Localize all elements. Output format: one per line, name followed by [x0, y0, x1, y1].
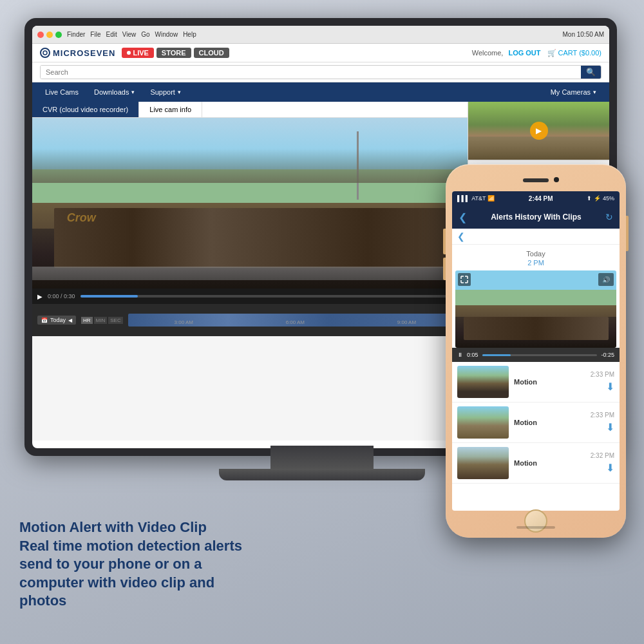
timeline-3am: 3:00 AM — [175, 319, 193, 325]
tab-live-cam-info[interactable]: Live cam info — [139, 102, 202, 117]
logo-icon — [40, 48, 50, 58]
menu-go[interactable]: Go — [141, 31, 149, 38]
alert-1-time: 2:33 PM — [591, 371, 614, 378]
svg-point-0 — [43, 51, 47, 55]
logout-button[interactable]: LOG OUT — [508, 49, 540, 57]
search-input[interactable] — [41, 66, 581, 79]
nav-live-cams[interactable]: Live Cams — [37, 82, 86, 102]
search-button[interactable]: 🔍 — [581, 66, 601, 79]
phone-mute-button[interactable] — [443, 229, 446, 254]
bottom-text-line-3: send to your phone or on a — [19, 555, 264, 574]
phone-progress-fill — [482, 354, 511, 356]
main-navigation: Live Cams Downloads ▾ Support ▾ My Camer… — [32, 82, 609, 102]
phone-nav-back-icon[interactable]: ❮ — [457, 231, 465, 242]
menu-finder[interactable]: Finder — [67, 31, 85, 38]
timeline-track[interactable]: 3:00 AM 6:00 AM 9:00 AM — [128, 304, 462, 336]
menu-window[interactable]: Window — [155, 31, 178, 38]
phone-progress-bar[interactable] — [482, 354, 598, 356]
alert-3-time-wrap: 2:32 PM ⬇ — [591, 452, 614, 474]
menu-help[interactable]: Help — [183, 31, 196, 38]
timeline-6am: 6:00 AM — [286, 319, 305, 325]
alert-3-info: Motion — [514, 459, 585, 467]
phone-back-button[interactable]: ❮ — [459, 211, 467, 223]
welcome-text: Welcome, — [472, 49, 504, 57]
main-content: CVR (cloud video recorder) Live cam info — [32, 102, 468, 440]
phone-screen: ▌▌▌ AT&T 📶 2:44 PM ⬆ ⚡ 45% ❮ Alerts Hist… — [452, 191, 620, 511]
menu-view[interactable]: View — [122, 31, 137, 38]
timeline-9am: 9:00 AM — [397, 319, 416, 325]
location-icon: ⬆ — [587, 195, 592, 202]
video-controls: ▶ 0:00 / 0:30 — [32, 289, 468, 304]
phone-power-button[interactable] — [626, 216, 629, 251]
phone-app-header: ❮ Alerts History With Clips ↻ — [452, 205, 620, 229]
phone-video-scene — [455, 270, 616, 348]
timeline-time-labels: 3:00 AM 6:00 AM 9:00 AM — [128, 319, 462, 325]
phone-pause-button[interactable]: ⏸ — [457, 352, 463, 358]
alert-item-1[interactable]: Motion 2:33 PM ⬇ — [452, 362, 620, 402]
phone-speaker — [523, 178, 549, 182]
phone-video-player[interactable]: 🔊 — [455, 270, 616, 348]
phone-video-remaining-time: -0:25 — [601, 352, 614, 358]
video-time-display: 0:00 / 0:30 — [48, 293, 75, 299]
store-button[interactable]: STORE — [156, 48, 191, 58]
alert-item-2[interactable]: Motion 2:33 PM ⬇ — [452, 402, 620, 443]
bluetooth-icon: ⚡ — [594, 195, 601, 202]
play-button[interactable]: ▶ — [37, 293, 43, 300]
nav-downloads[interactable]: Downloads ▾ — [86, 82, 142, 102]
minimize-window-button[interactable] — [46, 32, 53, 38]
camera-1-play-button[interactable]: ▶ — [530, 122, 548, 140]
phone-date-sublabel: 2 PM — [452, 259, 620, 267]
live-button[interactable]: LIVE — [122, 48, 153, 58]
close-window-button[interactable] — [37, 32, 44, 38]
phone-date-header: Today — [452, 245, 620, 259]
bottom-text-area: Motion Alert with Video Clip Real time m… — [19, 518, 264, 611]
video-progress-bar[interactable] — [80, 295, 462, 298]
maximize-window-button[interactable] — [55, 32, 62, 38]
browser-menu: Finder File Edit View Go Window Help — [67, 31, 196, 38]
cloud-button[interactable]: CLOUD — [194, 48, 229, 58]
downloads-chevron-icon: ▾ — [131, 89, 135, 95]
timeline-units: HR MIN SEC — [81, 317, 123, 324]
alert-1-download-button[interactable]: ⬇ — [606, 381, 614, 393]
phone-status-bar: ▌▌▌ AT&T 📶 2:44 PM ⬆ ⚡ 45% — [452, 191, 620, 205]
phone-volume-button[interactable] — [443, 258, 446, 280]
video-player[interactable]: Crow — [32, 118, 468, 289]
phone-video-expand-icon[interactable] — [458, 273, 471, 286]
site-logo-text[interactable]: MICROSEVEN — [53, 48, 115, 58]
browser-time: Mon 10:50 AM — [563, 31, 604, 38]
phone-video-volume-icon[interactable]: 🔊 — [598, 273, 614, 286]
search-input-wrap: 🔍 — [40, 65, 601, 79]
nav-my-cameras[interactable]: My Cameras ▾ — [543, 82, 604, 102]
carrier-label: AT&T — [471, 195, 486, 202]
alert-3-time: 2:32 PM — [591, 452, 614, 459]
alert-2-thumbnail — [457, 406, 509, 439]
phone-body: ▌▌▌ AT&T 📶 2:44 PM ⬆ ⚡ 45% ❮ Alerts Hist… — [446, 164, 626, 538]
bottom-text-line-4: computer with video clip and photos — [19, 574, 264, 611]
phone-home-button[interactable] — [524, 509, 547, 533]
browser-chrome: Finder File Edit View Go Window Help Mon… — [32, 26, 609, 44]
alert-1-thumbnail — [457, 366, 509, 398]
alert-3-thumbnail — [457, 447, 509, 479]
video-progress-fill — [80, 295, 138, 298]
phone-nav-row: ❮ — [452, 229, 620, 245]
menu-edit[interactable]: Edit — [106, 31, 117, 38]
monitor-base — [219, 469, 425, 480]
site-nav-buttons: LIVE STORE CLOUD — [122, 48, 229, 58]
logo-area: MICROSEVEN — [40, 48, 115, 58]
phone-refresh-button[interactable]: ↻ — [605, 212, 613, 222]
phone: ▌▌▌ AT&T 📶 2:44 PM ⬆ ⚡ 45% ❮ Alerts Hist… — [446, 164, 626, 538]
phone-camera-dot — [554, 177, 559, 182]
tab-cvr[interactable]: CVR (cloud video recorder) — [32, 102, 139, 117]
alert-2-download-button[interactable]: ⬇ — [606, 421, 614, 433]
unit-sec[interactable]: SEC — [108, 317, 122, 324]
unit-hr[interactable]: HR — [81, 317, 93, 324]
nav-support[interactable]: Support ▾ — [142, 82, 189, 102]
alert-item-3[interactable]: Motion 2:32 PM ⬇ — [452, 443, 620, 484]
browser-window-controls — [37, 32, 62, 38]
cart-area[interactable]: 🛒 CART ($0.00) — [547, 49, 601, 57]
menu-file[interactable]: File — [90, 31, 100, 38]
unit-min[interactable]: MIN — [94, 317, 108, 324]
alert-1-info: Motion — [514, 378, 585, 386]
content-tabs: CVR (cloud video recorder) Live cam info — [32, 102, 468, 118]
alert-3-download-button[interactable]: ⬇ — [606, 462, 614, 474]
